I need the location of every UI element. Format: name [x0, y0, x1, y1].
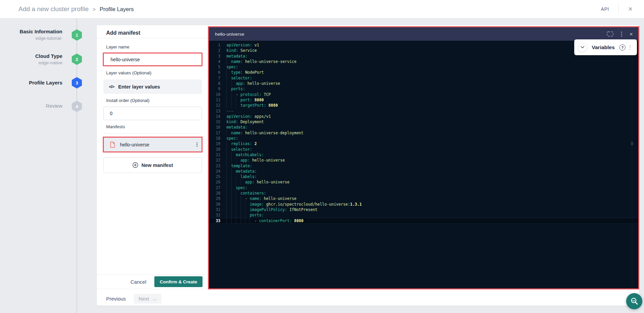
- manifest-kebab-icon[interactable]: [196, 142, 197, 147]
- step-basic-information: Basic Information edge-tutorial-: [0, 28, 62, 41]
- top-bar: Add a new cluster profile > Profile Laye…: [0, 0, 644, 19]
- code-line[interactable]: 18spec:: [209, 136, 638, 141]
- step-sublabel: edge-tutorial-: [0, 35, 62, 41]
- code-lines: 1apiVersion: v12kind: Service3metadata:4…: [209, 42, 638, 223]
- step-number: 4: [75, 104, 78, 109]
- manifest-editor: hello-universe × 1apiVersion: v12kind: S…: [208, 26, 639, 289]
- step-4-hexagon[interactable]: 4: [72, 101, 82, 112]
- topbar-divider: [618, 5, 619, 13]
- code-line[interactable]: 26app: hello-universe: [209, 179, 638, 185]
- code-line[interactable]: 11port: 8080: [209, 97, 638, 103]
- step-cloud-type: Cloud Type edge-native: [0, 53, 62, 66]
- chevron-down-icon[interactable]: [578, 43, 587, 52]
- code-line[interactable]: 5spec:: [209, 64, 638, 70]
- code-line[interactable]: 32ports:: [209, 212, 638, 218]
- code-line[interactable]: 23template:: [209, 163, 638, 169]
- step-sublabel: edge-native: [0, 60, 62, 66]
- step-number: 2: [75, 57, 78, 62]
- code-line[interactable]: 15kind: Deployment: [209, 119, 638, 125]
- editor-body[interactable]: 1apiVersion: v12kind: Service3metadata:4…: [209, 41, 638, 288]
- code-line[interactable]: 14apiVersion: apps/v1: [209, 114, 638, 119]
- add-manifest-panel: Add manifest Layer name Layer values (Op…: [97, 25, 208, 306]
- editor-scrollbar-thumb[interactable]: [631, 142, 633, 145]
- layer-values-label: Layer values (Optional): [106, 70, 151, 75]
- code-line[interactable]: 13---: [209, 108, 638, 114]
- step-2-hexagon[interactable]: 2: [72, 54, 82, 65]
- editor-title: hello-universe: [215, 32, 244, 37]
- layer-name-input[interactable]: [103, 53, 203, 66]
- panel-header-divider: [97, 38, 208, 38]
- enter-layer-values-button[interactable]: </> Enter layer values: [103, 79, 202, 94]
- code-line[interactable]: 6type: NodePort: [209, 70, 638, 75]
- editor-close-icon[interactable]: ×: [630, 31, 633, 37]
- step-label: Basic Information: [0, 28, 62, 35]
- breadcrumb-current: Profile Layers: [100, 6, 134, 12]
- step-3-hexagon[interactable]: 3: [72, 77, 82, 89]
- manifest-item-hello-universe[interactable]: hello-universe: [103, 137, 203, 152]
- code-line[interactable]: 10- protocol: TCP: [209, 92, 638, 97]
- manifests-divider: [103, 133, 202, 134]
- panel-footer: Cancel Confirm & Create: [97, 275, 208, 289]
- cancel-button[interactable]: Cancel: [130, 279, 146, 285]
- layer-name-label: Layer name: [106, 44, 129, 49]
- code-line[interactable]: 31imagePullPolicy: IfNotPresent: [209, 207, 638, 212]
- next-label: Next: [139, 296, 149, 302]
- editor-kebab-icon[interactable]: [621, 32, 622, 37]
- code-icon: </>: [109, 84, 114, 89]
- step-1-hexagon[interactable]: 1: [72, 29, 82, 41]
- step-label: Profile Layers: [0, 79, 62, 86]
- breadcrumb-separator: >: [93, 6, 96, 12]
- code-line[interactable]: 8app: hello-universe: [209, 81, 638, 86]
- code-line[interactable]: 19replicas: 2: [209, 141, 638, 146]
- page-content: Basic Information edge-tutorial- 1 Cloud…: [0, 19, 644, 313]
- panel-bottom-divider: [97, 289, 208, 289]
- step-label: Cloud Type: [0, 53, 62, 59]
- code-line[interactable]: 33- containerPort: 8080: [209, 218, 638, 223]
- code-line[interactable]: 22app: hello-universe: [209, 158, 638, 163]
- close-icon[interactable]: ×: [628, 5, 633, 13]
- panel-title: Add manifest: [106, 30, 140, 36]
- manifests-label: Manifests: [106, 124, 125, 129]
- breadcrumb-parent[interactable]: Add a new cluster profile: [19, 5, 89, 13]
- code-line[interactable]: 20selector:: [209, 147, 638, 152]
- editor-header: hello-universe ×: [209, 27, 638, 41]
- help-widget-button[interactable]: [626, 293, 642, 309]
- wizard-nav: Previous Next →: [106, 293, 161, 304]
- new-manifest-label: New manifest: [142, 163, 173, 168]
- variables-label: Variables: [592, 44, 615, 50]
- arrow-right-icon: →: [152, 296, 157, 302]
- enter-layer-values-label: Enter layer values: [118, 84, 160, 90]
- install-order-input[interactable]: [103, 107, 202, 120]
- help-circle-icon[interactable]: ?: [619, 44, 625, 50]
- new-manifest-button[interactable]: New manifest: [103, 157, 202, 173]
- expand-editor-icon[interactable]: [607, 31, 614, 37]
- code-line[interactable]: 28containers:: [209, 190, 638, 196]
- confirm-create-button[interactable]: Confirm & Create: [154, 276, 203, 287]
- plus-circle-icon: [132, 162, 138, 168]
- variables-kebab-icon[interactable]: [630, 45, 631, 50]
- step-profile-layers: Profile Layers: [0, 79, 62, 86]
- previous-button[interactable]: Previous: [106, 296, 126, 302]
- file-icon: [110, 142, 115, 148]
- code-line[interactable]: 16metadata:: [209, 125, 638, 130]
- code-line[interactable]: 3metadata:: [209, 54, 638, 59]
- code-line[interactable]: 24metadata:: [209, 169, 638, 174]
- editor-scrollbar-track: [632, 41, 632, 288]
- manifest-name: hello-universe: [120, 142, 149, 147]
- code-line[interactable]: 30image: ghcr.io/spectrocloud/hello-univ…: [209, 202, 638, 207]
- code-line[interactable]: 9ports:: [209, 86, 638, 92]
- code-line[interactable]: 1apiVersion: v1: [209, 42, 638, 48]
- magnifier-smile-icon: [630, 297, 639, 306]
- code-line[interactable]: 4name: hello-universe-service: [209, 59, 638, 64]
- next-button[interactable]: Next →: [134, 294, 161, 304]
- code-line[interactable]: 29- name: hello-universe: [209, 196, 638, 201]
- code-line[interactable]: 25labels:: [209, 174, 638, 179]
- code-line[interactable]: 2kind: Service: [209, 48, 638, 53]
- code-line[interactable]: 27spec:: [209, 185, 638, 190]
- code-line[interactable]: 7selector:: [209, 75, 638, 81]
- api-link[interactable]: API: [601, 6, 609, 12]
- code-line[interactable]: 21matchLabels:: [209, 152, 638, 158]
- step-number: 3: [75, 80, 78, 85]
- code-line[interactable]: 17name: hello-universe-deployment: [209, 130, 638, 136]
- code-line[interactable]: 12targetPort: 8080: [209, 103, 638, 108]
